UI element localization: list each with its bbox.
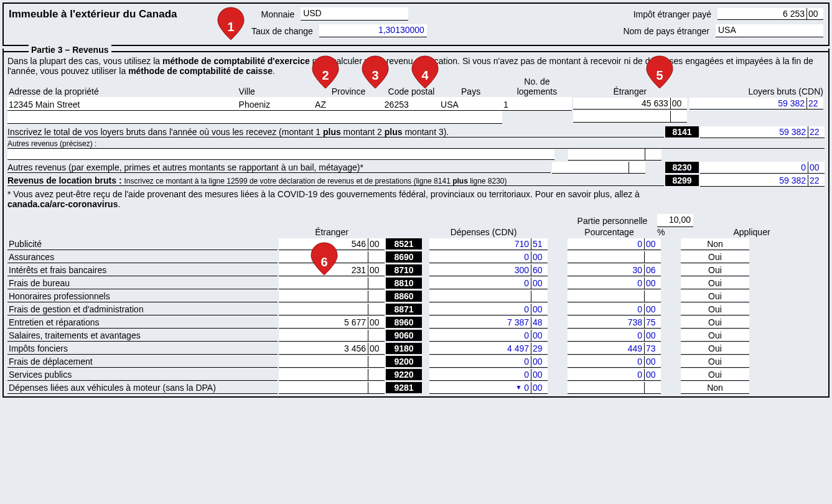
expense-apply-toggle[interactable]: Oui (681, 317, 749, 329)
expense-row: Frais de gestion et d'administration 887… (7, 304, 825, 315)
hdr-country: Pays (439, 76, 502, 97)
expense-apply-toggle[interactable]: Non (681, 382, 749, 394)
gross-rental-income-label: Revenus de location bruts : Inscrivez ce… (7, 175, 664, 186)
prop-foreign-2[interactable] (573, 111, 687, 123)
exp-hdr-pct: Pourcentage (584, 227, 633, 237)
prop-units[interactable]: 1 (502, 97, 572, 110)
foreign-country-input[interactable]: USA (716, 24, 823, 37)
expense-apply-toggle[interactable]: Oui (681, 330, 749, 342)
expense-foreign-amount[interactable] (279, 369, 385, 381)
callout-3: 3 (361, 55, 390, 90)
expense-code: 9220 (386, 369, 422, 380)
expense-cdn-amount: 000 (429, 369, 548, 381)
expense-row: Dépenses liées aux véhicules à moteur (s… (7, 382, 825, 394)
expense-apply-toggle[interactable]: Oui (681, 369, 749, 381)
currency-input[interactable]: USD (301, 7, 408, 21)
foreign-tax-label: Impôt étranger payé (633, 9, 711, 19)
expense-apply-toggle[interactable]: Oui (681, 278, 749, 289)
expense-code: 8860 (386, 291, 422, 302)
expense-personal-amount: 000 (568, 304, 661, 315)
callout-1: 1 (217, 6, 245, 41)
part3-title: Partie 3 – Revenus (29, 45, 111, 55)
expense-code: 8960 (386, 317, 422, 328)
expense-personal-amount (568, 251, 661, 263)
expense-personal-amount: 000 (568, 278, 661, 289)
callout-6: 6 (310, 241, 339, 276)
expense-row: Honoraires professionnels 8860 Oui (7, 291, 825, 302)
foreign-tax-input[interactable]: 6 253 00 (717, 8, 823, 20)
expense-personal-amount: 3006 (568, 264, 661, 276)
other-revenue-specify-input[interactable] (7, 149, 554, 160)
hdr-gross-rent: Loyers bruts (CDN) (688, 76, 825, 97)
gross-rental-income-amount: 59 382 22 (700, 175, 825, 187)
callout-2: 2 (311, 55, 340, 90)
expense-label: Entretien et réparations (7, 317, 278, 329)
expense-personal-amount: 000 (568, 330, 661, 342)
prop-postal[interactable]: 26253 (383, 97, 439, 110)
expense-foreign-amount[interactable] (279, 304, 385, 315)
expense-label: Frais de déplacement (7, 356, 278, 368)
expense-code: 8871 (386, 304, 422, 315)
expense-code: 8710 (386, 264, 422, 276)
expense-apply-toggle[interactable]: Oui (681, 291, 749, 302)
expense-label: Assurances (7, 251, 278, 263)
expense-rows-container: Publicité54600852171051000NonAssurances … (7, 238, 825, 394)
expense-foreign-amount[interactable]: 5 67700 (279, 317, 385, 329)
expense-personal-amount (568, 382, 661, 394)
prop-city[interactable]: Phoeniz (238, 97, 314, 110)
expense-cdn-amount: ▼ 000 (429, 382, 548, 394)
expense-code: 9281 (386, 382, 422, 393)
section-title: Immeuble à l'extérieur du Canada (9, 8, 177, 21)
expense-label: Services publics (7, 369, 278, 381)
prop-province[interactable]: AZ (314, 97, 383, 110)
expense-foreign-amount[interactable] (279, 291, 385, 302)
prop-gross-amount[interactable]: 59 382 22 (689, 98, 823, 110)
prop-country[interactable]: USA (439, 97, 502, 110)
expense-cdn-amount: 000 (429, 278, 548, 289)
expense-foreign-amount[interactable] (279, 356, 385, 368)
prop-foreign-amount[interactable]: 45 633 00 (573, 98, 687, 110)
expense-foreign-amount[interactable] (279, 382, 385, 394)
expense-foreign-amount[interactable] (279, 330, 385, 342)
foreign-country-label: Nom de pays étranger (623, 26, 709, 36)
expense-code: 8521 (386, 238, 422, 250)
expense-code: 8810 (386, 278, 422, 289)
other-revenue-amount: 0 00 (700, 162, 825, 174)
expense-row: Assurances 8690000 Oui (7, 251, 825, 263)
expense-apply-toggle[interactable]: Oui (681, 251, 749, 263)
exp-hdr-foreign: Étranger (279, 227, 385, 237)
expense-personal-amount: 44973 (568, 343, 661, 355)
expense-apply-toggle[interactable]: Non (681, 238, 749, 250)
expense-row: Intérêts et frais bancaires2310087103006… (7, 264, 825, 276)
hdr-units: No. de logements (502, 76, 572, 97)
expense-apply-toggle[interactable]: Oui (681, 343, 749, 355)
other-revenue-sub-amount[interactable] (552, 162, 645, 174)
prop-address[interactable]: 12345 Main Street (7, 97, 238, 110)
expense-label: Dépenses liées aux véhicules à moteur (s… (7, 382, 278, 394)
expense-label: Publicité (7, 238, 278, 250)
expense-apply-toggle[interactable]: Oui (681, 356, 749, 368)
expense-cdn-amount: 7 38748 (429, 317, 548, 329)
expense-code: 9060 (386, 330, 422, 341)
expense-apply-toggle[interactable]: Oui (681, 304, 749, 315)
code-8230: 8230 (665, 162, 699, 173)
prop-row-2[interactable] (7, 110, 502, 123)
hdr-city: Ville (238, 76, 314, 97)
expense-row: Entretien et réparations5 6770089607 387… (7, 317, 825, 329)
expense-apply-toggle[interactable]: Oui (681, 264, 749, 276)
expense-foreign-amount[interactable] (279, 278, 385, 289)
expense-foreign-amount[interactable]: 3 45600 (279, 343, 385, 355)
exchange-rate-input[interactable]: 1,30130000 (319, 24, 427, 37)
other-revenue-specify-label: Autres revenus (précisez) : (7, 139, 825, 149)
callout-4: 4 (411, 55, 439, 90)
other-revenue-detail-amount[interactable] (568, 149, 661, 161)
covid-footnote: * Vous avez peut-être reçu de l'aide pro… (7, 189, 825, 209)
expense-label: Salaires, traitements et avantages (7, 330, 278, 342)
expense-label: Impôts fonciers (7, 343, 278, 355)
expense-row: Frais de déplacement 9200000000Oui (7, 356, 825, 368)
total-rents-label: Inscrivez le total de vos loyers bruts d… (7, 127, 664, 138)
expense-personal-amount: 000 (568, 369, 661, 381)
covid-link[interactable]: canada.ca/arc-coronavirus (7, 199, 118, 209)
expense-code: 9200 (386, 356, 422, 367)
exp-hdr-cdn: Dépenses (CDN) (424, 227, 543, 237)
